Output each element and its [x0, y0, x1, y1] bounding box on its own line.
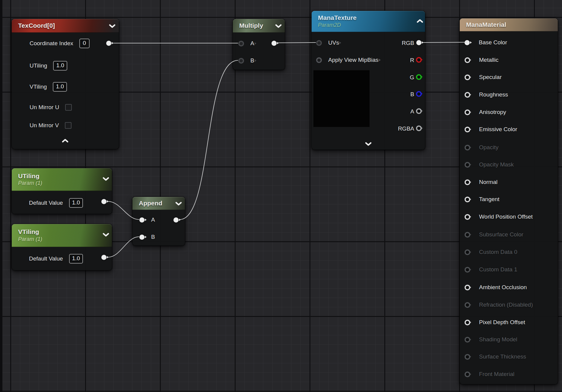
b-output-pin[interactable] [416, 91, 422, 97]
node-title: ManaTexture [318, 14, 425, 21]
default-value-box[interactable]: 1.0 [69, 198, 83, 208]
roughness-input-pin[interactable] [465, 92, 470, 98]
node-multiply[interactable]: Multiply A B [233, 19, 285, 70]
specular-input-pin[interactable] [465, 74, 470, 80]
normal-label: Normal [479, 179, 497, 185]
collapse-chevron-down-icon[interactable] [175, 201, 182, 206]
node-title: ManaMaterial [466, 21, 558, 28]
multiply-input-b-pin[interactable] [238, 58, 244, 64]
opacity-input-pin[interactable] [465, 145, 470, 150]
un-mirror-v-checkbox[interactable] [65, 122, 71, 129]
metallic-input-pin[interactable] [465, 57, 470, 63]
a-output-pin[interactable] [416, 108, 422, 114]
uvs-input-pin[interactable] [316, 40, 322, 46]
utiling-value[interactable]: 1.0 [53, 61, 67, 71]
emissive-color-input-pin[interactable] [465, 127, 470, 132]
node-manamaterial-header[interactable]: ManaMaterial [460, 18, 558, 31]
uvs-label: UVs [328, 40, 339, 46]
ambient-occlusion-input-pin[interactable] [465, 285, 470, 290]
multiply-input-b-label: B [250, 57, 254, 64]
front-material-input-pin[interactable] [465, 371, 470, 377]
subsurface-color-label: Subsurface Color [479, 231, 523, 238]
node-subtitle: Param2D [318, 22, 425, 28]
world-position-offset-label: World Position Offset [479, 213, 533, 220]
node-texcoord[interactable]: TexCoord[0] Coordinate Index 0 UTiling 1… [11, 19, 119, 149]
utiling-output-pin[interactable] [101, 199, 106, 204]
custom-data-0-input-pin[interactable] [465, 249, 470, 255]
node-vtiling-header[interactable]: VTiling Param (1) [12, 224, 112, 247]
append-input-a-pin[interactable] [139, 217, 144, 223]
vtiling-output-pin[interactable] [101, 255, 106, 260]
node-title: VTiling [18, 229, 112, 236]
node-manatexture-header[interactable]: ManaTexture Param2D [312, 11, 425, 32]
node-manamaterial[interactable]: ManaMaterial Base Color Metallic Specula… [459, 18, 558, 384]
default-value-label: Default Value [29, 255, 63, 262]
collapse-chevron-down-icon[interactable] [109, 24, 116, 28]
multiply-input-a-pin[interactable] [238, 41, 244, 46]
append-input-a-label: A [151, 217, 155, 223]
r-output-pin[interactable] [416, 57, 422, 63]
vtiling-value[interactable]: 1.0 [53, 82, 67, 92]
wire-multiply-to-manatexture-uvs[interactable] [278, 43, 316, 43]
coordinate-index-label: Coordinate Index [30, 40, 73, 47]
wire-manatexture-rgb-to-basecolor[interactable] [423, 42, 467, 43]
rgb-output-pin[interactable] [416, 40, 421, 45]
coordinate-index-value[interactable]: 0 [79, 39, 90, 48]
node-title: TexCoord[0] [18, 22, 119, 29]
utiling-label: UTiling [30, 62, 47, 69]
un-mirror-u-checkbox[interactable] [65, 104, 72, 111]
un-mirror-u-label: Un Mirror U [30, 104, 59, 111]
node-subtitle: Param (1) [18, 236, 112, 242]
append-input-b-label: B [151, 234, 155, 240]
collapse-chevron-down-icon[interactable] [103, 232, 109, 237]
shading-model-label: Shading Model [479, 336, 517, 343]
wire-append-to-multiply-b[interactable] [180, 60, 238, 220]
node-texcoord-header[interactable]: TexCoord[0] [12, 19, 119, 33]
custom-data-1-input-pin[interactable] [465, 267, 470, 273]
opacity-mask-input-pin[interactable] [465, 162, 470, 168]
ambient-occlusion-label: Ambient Occlusion [479, 284, 527, 291]
rgb-output-label: RGB [402, 40, 414, 46]
collapse-chevron-down-icon[interactable] [103, 177, 109, 181]
b-output-label: B [410, 91, 414, 98]
collapse-chevron-up-icon[interactable] [417, 19, 423, 23]
texture-preview [313, 70, 370, 127]
anisotropy-label: Anisotropy [479, 109, 506, 115]
default-value-box[interactable]: 1.0 [69, 254, 83, 264]
multiply-input-a-label: A [250, 40, 254, 47]
node-utiling-header[interactable]: UTiling Param (1) [12, 168, 112, 191]
front-material-label: Front Material [479, 371, 514, 378]
refraction-label: Refraction (Disabled) [479, 302, 533, 308]
apply-view-mipbias-input-pin[interactable] [316, 57, 322, 63]
collapse-chevron-down-icon[interactable] [275, 24, 282, 28]
rgba-output-pin[interactable] [416, 125, 422, 131]
pixel-depth-offset-input-pin[interactable] [465, 320, 470, 325]
expand-chevron-up-icon[interactable] [62, 138, 68, 143]
node-utiling-param[interactable]: UTiling Param (1) Default Value 1.0 [11, 168, 112, 214]
vtiling-label: VTiling [30, 84, 47, 90]
node-vtiling-param[interactable]: VTiling Param (1) Default Value 1.0 [11, 224, 112, 270]
tangent-label: Tangent [479, 196, 500, 203]
shading-model-input-pin[interactable] [465, 337, 470, 343]
refraction-input-pin[interactable] [465, 302, 470, 308]
normal-input-pin[interactable] [465, 179, 470, 185]
node-append[interactable]: Append A B [132, 197, 185, 246]
g-output-pin[interactable] [416, 74, 422, 80]
rgba-output-label: RGBA [398, 125, 414, 132]
anisotropy-input-pin[interactable] [465, 109, 470, 115]
surface-thickness-input-pin[interactable] [465, 354, 470, 360]
custom-data-0-label: Custom Data 0 [479, 249, 517, 255]
multiply-output-pin[interactable] [271, 41, 277, 46]
opacity-label: Opacity [479, 144, 498, 151]
subsurface-color-input-pin[interactable] [465, 232, 470, 238]
surface-thickness-label: Surface Thickness [479, 353, 526, 360]
un-mirror-v-label: Un Mirror V [30, 122, 59, 129]
append-input-b-pin[interactable] [139, 235, 144, 240]
world-position-offset-input-pin[interactable] [465, 214, 470, 220]
tangent-input-pin[interactable] [465, 197, 470, 202]
expand-chevron-down-icon[interactable] [365, 142, 372, 146]
append-output-pin[interactable] [173, 217, 179, 223]
node-manatexture[interactable]: ManaTexture Param2D UVs Apply View MipBi… [311, 11, 425, 150]
texcoord-output-pin[interactable] [106, 41, 111, 46]
material-graph-canvas[interactable]: TexCoord[0] Coordinate Index 0 UTiling 1… [0, 0, 562, 392]
